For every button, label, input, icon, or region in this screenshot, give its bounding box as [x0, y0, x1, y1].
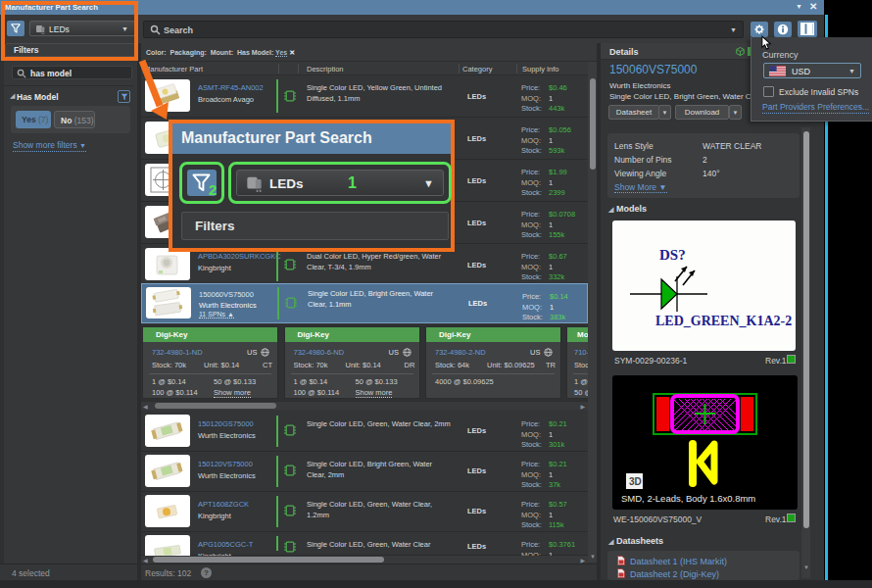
- svg-text:SMD, 2-Leads, Body 1.6x0.8mm: SMD, 2-Leads, Body 1.6x0.8mm: [621, 493, 755, 504]
- svg-text:LED_GREEN_K1A2-2: LED_GREEN_K1A2-2: [655, 314, 792, 328]
- svg-text:3D: 3D: [629, 476, 642, 487]
- svg-text:DS?: DS?: [659, 247, 686, 263]
